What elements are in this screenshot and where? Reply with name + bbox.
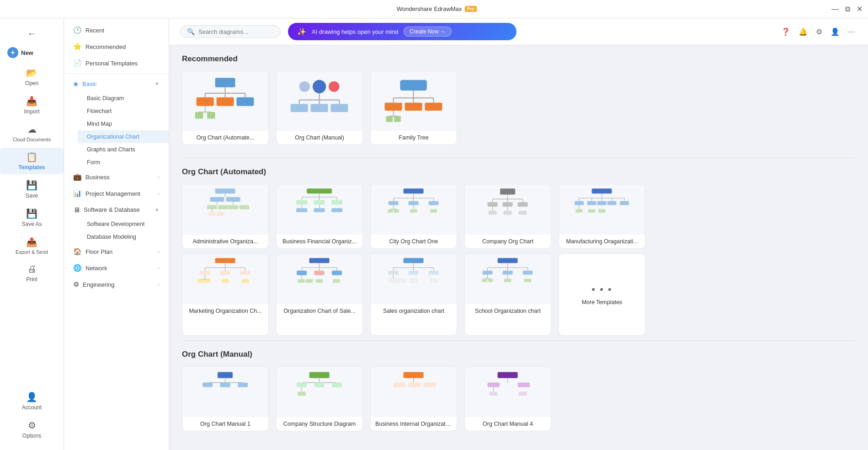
nav-section-project[interactable]: 📊 Project Management › [64, 185, 169, 202]
restore-button[interactable]: ⧉ [845, 5, 850, 13]
template-card-img-sales-org [371, 254, 457, 304]
svg-rect-165 [482, 279, 487, 282]
more-settings-button[interactable]: ⋯ [846, 26, 857, 38]
template-card-company-org[interactable]: Company Org Chart [464, 184, 551, 249]
back-button[interactable]: ← [0, 26, 64, 42]
more-templates-card[interactable]: • • • More Templates [559, 253, 645, 336]
nav-section-basic[interactable]: ◈ Basic ▼ [64, 75, 169, 92]
ai-create-button[interactable]: Create Now → [404, 27, 452, 37]
svg-rect-90 [489, 210, 497, 214]
svg-rect-133 [314, 270, 325, 275]
org-chart-label: Organizational Chart [87, 134, 139, 140]
sidebar-item-options[interactable]: ⚙ Options [0, 416, 64, 443]
sidebar-item-print[interactable]: 🖨 Print [0, 260, 64, 286]
sidebar-item-saveas[interactable]: 💾 Save As [0, 204, 64, 231]
org-manual-cards-row: Org Chart Manual 1 [182, 366, 855, 431]
nav-form[interactable]: Form [78, 156, 169, 169]
org-automated-row1: Administrative Organiza... [182, 184, 855, 249]
search-input[interactable] [198, 28, 272, 35]
svg-rect-36 [394, 116, 401, 122]
template-card-family-tree[interactable]: Family Tree [370, 71, 457, 145]
svg-rect-181 [332, 382, 342, 387]
svg-rect-23 [331, 104, 348, 112]
ai-icon: ✨ [297, 27, 306, 36]
template-card-manual-4[interactable]: Org Chart Manual 4 [464, 366, 551, 431]
nav-db-modeling[interactable]: Database Modeling [78, 230, 169, 243]
nav-software-dev[interactable]: Software Development [78, 218, 169, 230]
content-area: Recommended [169, 45, 868, 450]
template-card-img-biz-financial [277, 184, 362, 235]
template-card-biz-financial[interactable]: Business Financial Organiz... [276, 184, 363, 249]
svg-rect-109 [588, 209, 595, 213]
nav-personal[interactable]: 📄 Personal Templates [64, 55, 169, 71]
close-button[interactable]: ✕ [857, 5, 863, 13]
notification-button[interactable]: 🔔 [797, 26, 809, 38]
nav-mindmap[interactable]: Mind Map [78, 118, 169, 130]
template-card-school-org[interactable]: School Organization chart [464, 253, 551, 336]
nav-software-label: Software & Database [84, 206, 140, 213]
template-card-org-sales[interactable]: Organization Chart of Sale... [276, 253, 363, 336]
svg-rect-152 [410, 279, 417, 282]
svg-rect-148 [429, 270, 439, 274]
help-button[interactable]: ❓ [779, 26, 792, 38]
template-card-marketing[interactable]: Marketing Organization Ch... [182, 253, 269, 336]
settings-button[interactable]: ⚙ [814, 26, 824, 38]
minimize-button[interactable]: — [831, 5, 839, 13]
template-card-manufacturing[interactable]: Manufacturing Oraganizati... [559, 184, 645, 249]
recent-icon: 🕐 [73, 26, 82, 34]
nav-personal-label: Personal Templates [85, 60, 138, 67]
sidebar-item-account[interactable]: 👤 Account [0, 388, 64, 414]
sidebar-item-templates[interactable]: 📋 Templates [0, 148, 64, 174]
template-card-sales-org[interactable]: Sales organization chart [370, 253, 457, 336]
svg-rect-80 [501, 188, 516, 194]
svg-rect-70 [389, 201, 399, 205]
nav-basic-children: Basic Diagram Flowchart Mind Map Organiz… [64, 92, 169, 169]
svg-rect-104 [597, 201, 607, 205]
search-box[interactable]: 🔍 [180, 25, 281, 38]
project-icon: 📊 [73, 189, 82, 198]
save-label: Save [26, 193, 38, 199]
section-divider-1 [182, 158, 855, 158]
nav-section-network[interactable]: 🌐 Network › [64, 260, 169, 276]
nav-basic-diagram[interactable]: Basic Diagram [78, 92, 169, 105]
sidebar-item-new[interactable]: + New [0, 43, 64, 62]
nav-section-floorplan[interactable]: 🏠 Floor Plan › [64, 243, 169, 260]
nav-org-chart[interactable]: Organizational Chart [78, 130, 169, 143]
sidebar-item-cloud[interactable]: ☁ Cloud Documents [0, 120, 64, 146]
nav-section-business[interactable]: 💼 Business › [64, 169, 169, 185]
nav-recent[interactable]: 🕐 Recent [64, 22, 169, 38]
sidebar-item-open[interactable]: 📂 Open [0, 64, 64, 90]
template-card-org-auto[interactable]: Org Chart (Automate... [182, 71, 269, 145]
template-card-city-org[interactable]: City Org Chart One [370, 184, 457, 249]
org-manual-section-title: Org Chart (Manual) [182, 350, 855, 359]
template-card-manual-3[interactable]: Business Internal Organization [370, 366, 457, 431]
template-card-label-biz-financial: Business Financial Organiz... [277, 235, 362, 248]
nav-business-label: Business [85, 174, 110, 181]
template-card-org-manual[interactable]: Org Chart (Manual) [276, 71, 363, 145]
nav-divider-1 [64, 73, 169, 74]
nav-recommended[interactable]: ⭐ Recommended [64, 38, 169, 55]
svg-rect-111 [215, 258, 235, 263]
nav-graphs[interactable]: Graphs and Charts [78, 143, 169, 156]
ai-banner[interactable]: ✨ AI drawing helps open your mind Create… [288, 23, 517, 40]
sidebar-item-save[interactable]: 💾 Save [0, 176, 64, 203]
template-card-admin[interactable]: Administrative Organiza... [182, 184, 269, 249]
svg-rect-187 [409, 382, 421, 387]
import-icon: 📥 [26, 96, 37, 107]
svg-rect-147 [409, 270, 419, 274]
pro-badge: Pro [465, 6, 477, 12]
svg-rect-138 [316, 279, 323, 283]
sidebar-item-export[interactable]: 📤 Export & Send [0, 233, 64, 258]
nav-section-software[interactable]: 🖥 Software & Database ▼ [64, 202, 169, 218]
svg-rect-106 [620, 201, 629, 205]
share-button[interactable]: 👤 [829, 26, 841, 38]
template-card-manual-1[interactable]: Org Chart Manual 1 [182, 366, 269, 431]
nav-flowchart[interactable]: Flowchart [78, 105, 169, 118]
svg-rect-105 [607, 201, 617, 205]
svg-rect-76 [394, 209, 399, 213]
nav-section-engineering[interactable]: ⚙ Engineering › [64, 276, 169, 293]
svg-rect-151 [398, 279, 405, 282]
sidebar-item-import[interactable]: 📥 Import [0, 92, 64, 118]
network-chevron: › [158, 265, 160, 271]
template-card-manual-2[interactable]: Company Structure Diagram [276, 366, 363, 431]
